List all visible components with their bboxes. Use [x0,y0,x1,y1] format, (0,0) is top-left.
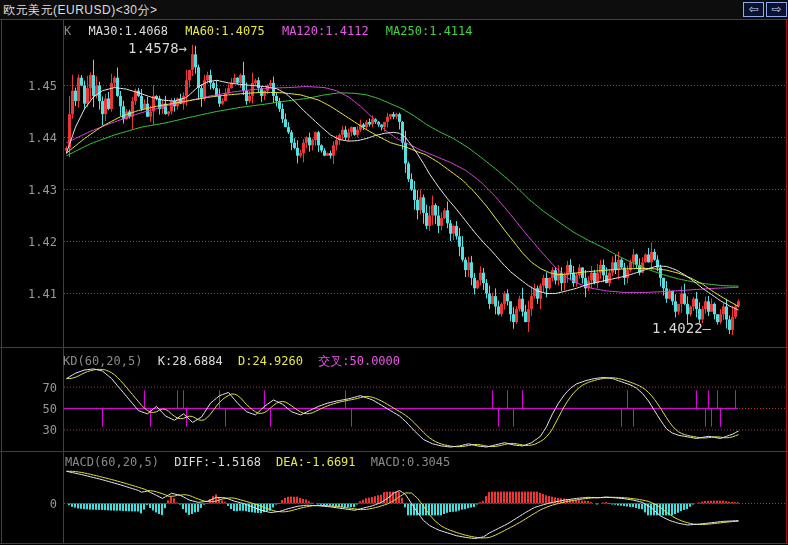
ma30-value: MA30:1.4068 [88,24,167,38]
kd-tick: 50 [0,402,57,416]
macd-diff-value: DIFF:-1.5168 [174,455,261,469]
scroll-right-button[interactable]: ⇨ [766,2,787,17]
right-arrow-icon: ⇨ [771,2,781,16]
low-annotation: 1.4022— [652,320,711,336]
price-tick: 1.43 [0,183,57,197]
ma60-value: MA60:1.4075 [185,24,264,38]
ma250-value: MA250:1.4114 [386,24,473,38]
kd-d-value: D:24.9260 [238,354,303,368]
low-annotation-value: 1.4022 [652,320,703,336]
kd-cross-value: 交叉:50.0000 [318,354,400,368]
window-title: 欧元美元(EURUSD)<30分> [3,2,158,19]
kd-k-value: K:28.6884 [158,354,223,368]
kd-name: KD(60,20,5) [63,354,142,368]
macd-name: MACD(60,20,5) [65,455,159,469]
price-tick: 1.44 [0,131,57,145]
kd-tick: 30 [0,423,57,437]
app-window: 欧元美元(EURUSD)<30分> ⇦ ⇨ K MA30:1.4068 MA60… [0,0,788,545]
scroll-left-button[interactable]: ⇦ [743,2,764,17]
price-tick: 1.41 [0,287,57,301]
ma120-value: MA120:1.4112 [282,24,369,38]
dash-annotation-icon: — [703,320,711,336]
title-bar: 欧元美元(EURUSD)<30分> ⇦ ⇨ [0,0,788,20]
main-indicator-header: K MA30:1.4068 MA60:1.4075 MA120:1.4112 M… [64,24,483,38]
price-tick: 1.42 [0,235,57,249]
k-period-label: K [64,24,71,38]
high-annotation: 1.4578→ [128,40,187,56]
macd-hist-value: MACD:0.3045 [371,455,450,469]
high-annotation-value: 1.4578 [128,40,179,56]
kd-tick: 70 [0,381,57,395]
kd-indicator-header: KD(60,20,5) K:28.6884 D:24.9260 交叉:50.00… [63,353,410,370]
macd-tick: 0 [0,497,57,511]
left-arrow-icon: ⇦ [748,2,758,16]
macd-indicator-header: MACD(60,20,5) DIFF:-1.5168 DEA:-1.6691 M… [65,455,460,469]
macd-dea-value: DEA:-1.6691 [276,455,355,469]
right-arrow-annotation-icon: → [179,40,187,56]
price-tick: 1.45 [0,79,57,93]
